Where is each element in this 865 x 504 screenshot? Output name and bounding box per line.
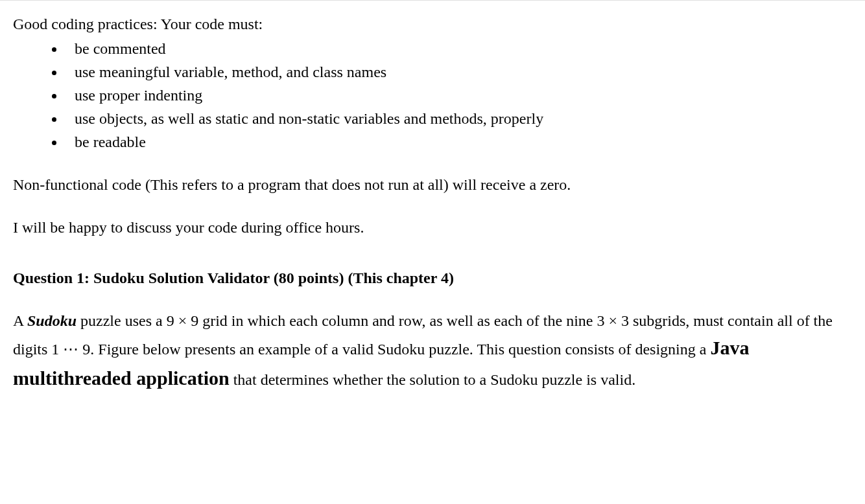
list-item-text: use meaningful variable, method, and cla…: [75, 60, 386, 84]
q-prefix: A: [13, 312, 27, 329]
list-item: use meaningful variable, method, and cla…: [13, 60, 852, 84]
list-item: use objects, as well as static and non-s…: [13, 107, 852, 130]
bullet-icon: [52, 141, 56, 145]
list-item-text: be readable: [75, 130, 146, 154]
list-item: use proper indenting: [13, 84, 852, 107]
coding-practices-list: be commented use meaningful variable, me…: [13, 37, 852, 154]
office-hours-note: I will be happy to discuss your code dur…: [13, 216, 852, 239]
list-item: be commented: [13, 37, 852, 60]
list-item-text: use proper indenting: [75, 84, 202, 107]
bullet-icon: [52, 47, 56, 52]
nonfunctional-warning: Non-functional code (This refers to a pr…: [13, 173, 852, 196]
q-sudoku-word: Sudoku: [27, 312, 77, 329]
bullet-icon: [52, 94, 56, 98]
list-item: be readable: [13, 130, 852, 154]
q-part2: that determines whether the solution to …: [230, 371, 636, 388]
bullet-icon: [52, 117, 56, 122]
intro-text: Good coding practices: Your code must:: [13, 12, 852, 36]
list-item-text: be commented: [75, 37, 166, 60]
question-heading: Question 1: Sudoku Solution Validator (8…: [13, 266, 852, 290]
list-item-text: use objects, as well as static and non-s…: [75, 107, 543, 130]
question-body: A Sudoku puzzle uses a 9 × 9 grid in whi…: [13, 309, 852, 393]
bullet-icon: [52, 71, 56, 75]
